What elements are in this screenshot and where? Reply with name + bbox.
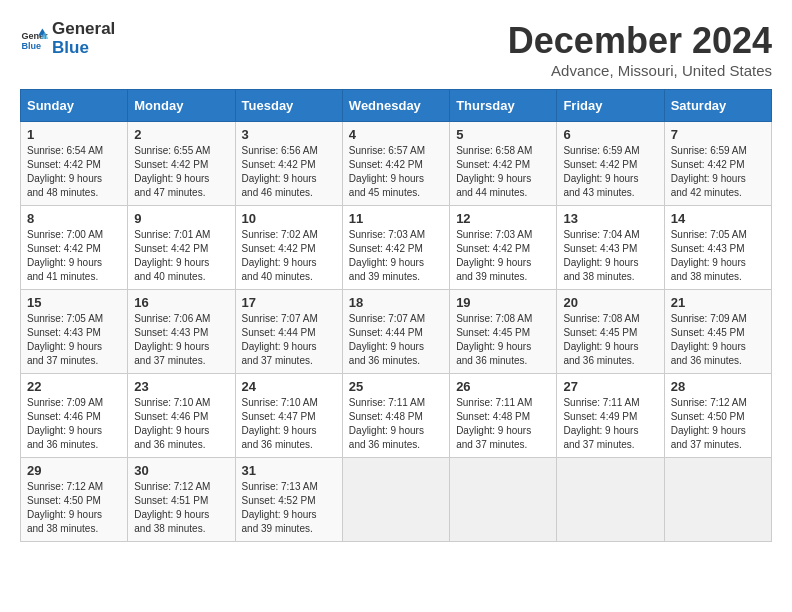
day-info: Sunrise: 7:08 AM Sunset: 4:45 PM Dayligh… bbox=[563, 312, 657, 368]
day-number: 8 bbox=[27, 211, 121, 226]
day-cell: 29 Sunrise: 7:12 AM Sunset: 4:50 PM Dayl… bbox=[21, 458, 128, 542]
svg-text:Blue: Blue bbox=[21, 40, 41, 50]
day-info: Sunrise: 7:07 AM Sunset: 4:44 PM Dayligh… bbox=[349, 312, 443, 368]
day-cell: 11 Sunrise: 7:03 AM Sunset: 4:42 PM Dayl… bbox=[342, 206, 449, 290]
day-number: 18 bbox=[349, 295, 443, 310]
day-number: 26 bbox=[456, 379, 550, 394]
day-cell: 4 Sunrise: 6:57 AM Sunset: 4:42 PM Dayli… bbox=[342, 122, 449, 206]
day-info: Sunrise: 7:05 AM Sunset: 4:43 PM Dayligh… bbox=[671, 228, 765, 284]
day-cell: 24 Sunrise: 7:10 AM Sunset: 4:47 PM Dayl… bbox=[235, 374, 342, 458]
day-cell: 18 Sunrise: 7:07 AM Sunset: 4:44 PM Dayl… bbox=[342, 290, 449, 374]
day-info: Sunrise: 7:05 AM Sunset: 4:43 PM Dayligh… bbox=[27, 312, 121, 368]
day-number: 3 bbox=[242, 127, 336, 142]
day-info: Sunrise: 7:00 AM Sunset: 4:42 PM Dayligh… bbox=[27, 228, 121, 284]
day-info: Sunrise: 7:04 AM Sunset: 4:43 PM Dayligh… bbox=[563, 228, 657, 284]
day-info: Sunrise: 7:12 AM Sunset: 4:50 PM Dayligh… bbox=[27, 480, 121, 536]
day-number: 23 bbox=[134, 379, 228, 394]
day-cell: 26 Sunrise: 7:11 AM Sunset: 4:48 PM Dayl… bbox=[450, 374, 557, 458]
day-number: 25 bbox=[349, 379, 443, 394]
month-title: December 2024 bbox=[508, 20, 772, 62]
day-number: 30 bbox=[134, 463, 228, 478]
day-cell: 25 Sunrise: 7:11 AM Sunset: 4:48 PM Dayl… bbox=[342, 374, 449, 458]
day-number: 28 bbox=[671, 379, 765, 394]
day-cell: 28 Sunrise: 7:12 AM Sunset: 4:50 PM Dayl… bbox=[664, 374, 771, 458]
day-info: Sunrise: 6:59 AM Sunset: 4:42 PM Dayligh… bbox=[671, 144, 765, 200]
day-cell: 3 Sunrise: 6:56 AM Sunset: 4:42 PM Dayli… bbox=[235, 122, 342, 206]
day-cell: 8 Sunrise: 7:00 AM Sunset: 4:42 PM Dayli… bbox=[21, 206, 128, 290]
day-cell bbox=[664, 458, 771, 542]
day-number: 22 bbox=[27, 379, 121, 394]
day-number: 27 bbox=[563, 379, 657, 394]
day-info: Sunrise: 7:09 AM Sunset: 4:46 PM Dayligh… bbox=[27, 396, 121, 452]
day-cell: 9 Sunrise: 7:01 AM Sunset: 4:42 PM Dayli… bbox=[128, 206, 235, 290]
day-number: 17 bbox=[242, 295, 336, 310]
header-saturday: Saturday bbox=[664, 90, 771, 122]
day-number: 24 bbox=[242, 379, 336, 394]
day-number: 21 bbox=[671, 295, 765, 310]
day-cell: 27 Sunrise: 7:11 AM Sunset: 4:49 PM Dayl… bbox=[557, 374, 664, 458]
header: General Blue General Blue December 2024 … bbox=[20, 20, 772, 79]
day-cell: 16 Sunrise: 7:06 AM Sunset: 4:43 PM Dayl… bbox=[128, 290, 235, 374]
day-info: Sunrise: 6:58 AM Sunset: 4:42 PM Dayligh… bbox=[456, 144, 550, 200]
header-tuesday: Tuesday bbox=[235, 90, 342, 122]
header-friday: Friday bbox=[557, 90, 664, 122]
day-info: Sunrise: 6:59 AM Sunset: 4:42 PM Dayligh… bbox=[563, 144, 657, 200]
title-area: December 2024 Advance, Missouri, United … bbox=[508, 20, 772, 79]
day-info: Sunrise: 6:57 AM Sunset: 4:42 PM Dayligh… bbox=[349, 144, 443, 200]
day-cell: 5 Sunrise: 6:58 AM Sunset: 4:42 PM Dayli… bbox=[450, 122, 557, 206]
day-number: 20 bbox=[563, 295, 657, 310]
day-number: 7 bbox=[671, 127, 765, 142]
day-info: Sunrise: 7:10 AM Sunset: 4:47 PM Dayligh… bbox=[242, 396, 336, 452]
day-cell: 20 Sunrise: 7:08 AM Sunset: 4:45 PM Dayl… bbox=[557, 290, 664, 374]
header-monday: Monday bbox=[128, 90, 235, 122]
day-number: 10 bbox=[242, 211, 336, 226]
logo-icon: General Blue bbox=[20, 25, 48, 53]
logo-blue: Blue bbox=[52, 39, 115, 58]
week-row-5: 29 Sunrise: 7:12 AM Sunset: 4:50 PM Dayl… bbox=[21, 458, 772, 542]
day-cell: 17 Sunrise: 7:07 AM Sunset: 4:44 PM Dayl… bbox=[235, 290, 342, 374]
day-info: Sunrise: 7:06 AM Sunset: 4:43 PM Dayligh… bbox=[134, 312, 228, 368]
day-number: 1 bbox=[27, 127, 121, 142]
header-wednesday: Wednesday bbox=[342, 90, 449, 122]
day-info: Sunrise: 7:01 AM Sunset: 4:42 PM Dayligh… bbox=[134, 228, 228, 284]
day-number: 5 bbox=[456, 127, 550, 142]
day-number: 29 bbox=[27, 463, 121, 478]
location-title: Advance, Missouri, United States bbox=[508, 62, 772, 79]
day-info: Sunrise: 7:11 AM Sunset: 4:48 PM Dayligh… bbox=[349, 396, 443, 452]
day-cell: 19 Sunrise: 7:08 AM Sunset: 4:45 PM Dayl… bbox=[450, 290, 557, 374]
day-number: 15 bbox=[27, 295, 121, 310]
day-cell: 12 Sunrise: 7:03 AM Sunset: 4:42 PM Dayl… bbox=[450, 206, 557, 290]
day-cell: 2 Sunrise: 6:55 AM Sunset: 4:42 PM Dayli… bbox=[128, 122, 235, 206]
day-info: Sunrise: 7:10 AM Sunset: 4:46 PM Dayligh… bbox=[134, 396, 228, 452]
day-info: Sunrise: 7:11 AM Sunset: 4:49 PM Dayligh… bbox=[563, 396, 657, 452]
day-info: Sunrise: 7:02 AM Sunset: 4:42 PM Dayligh… bbox=[242, 228, 336, 284]
day-number: 6 bbox=[563, 127, 657, 142]
day-number: 12 bbox=[456, 211, 550, 226]
day-info: Sunrise: 7:12 AM Sunset: 4:50 PM Dayligh… bbox=[671, 396, 765, 452]
day-info: Sunrise: 7:09 AM Sunset: 4:45 PM Dayligh… bbox=[671, 312, 765, 368]
day-info: Sunrise: 7:12 AM Sunset: 4:51 PM Dayligh… bbox=[134, 480, 228, 536]
day-info: Sunrise: 6:55 AM Sunset: 4:42 PM Dayligh… bbox=[134, 144, 228, 200]
week-row-2: 8 Sunrise: 7:00 AM Sunset: 4:42 PM Dayli… bbox=[21, 206, 772, 290]
week-row-4: 22 Sunrise: 7:09 AM Sunset: 4:46 PM Dayl… bbox=[21, 374, 772, 458]
week-row-3: 15 Sunrise: 7:05 AM Sunset: 4:43 PM Dayl… bbox=[21, 290, 772, 374]
day-number: 13 bbox=[563, 211, 657, 226]
day-cell bbox=[450, 458, 557, 542]
day-info: Sunrise: 7:08 AM Sunset: 4:45 PM Dayligh… bbox=[456, 312, 550, 368]
header-sunday: Sunday bbox=[21, 90, 128, 122]
day-cell: 21 Sunrise: 7:09 AM Sunset: 4:45 PM Dayl… bbox=[664, 290, 771, 374]
day-cell: 22 Sunrise: 7:09 AM Sunset: 4:46 PM Dayl… bbox=[21, 374, 128, 458]
day-cell bbox=[557, 458, 664, 542]
day-cell: 30 Sunrise: 7:12 AM Sunset: 4:51 PM Dayl… bbox=[128, 458, 235, 542]
day-cell: 6 Sunrise: 6:59 AM Sunset: 4:42 PM Dayli… bbox=[557, 122, 664, 206]
day-cell: 1 Sunrise: 6:54 AM Sunset: 4:42 PM Dayli… bbox=[21, 122, 128, 206]
day-number: 11 bbox=[349, 211, 443, 226]
day-info: Sunrise: 7:07 AM Sunset: 4:44 PM Dayligh… bbox=[242, 312, 336, 368]
day-info: Sunrise: 7:13 AM Sunset: 4:52 PM Dayligh… bbox=[242, 480, 336, 536]
day-number: 2 bbox=[134, 127, 228, 142]
day-cell bbox=[342, 458, 449, 542]
calendar-table: SundayMondayTuesdayWednesdayThursdayFrid… bbox=[20, 89, 772, 542]
day-cell: 15 Sunrise: 7:05 AM Sunset: 4:43 PM Dayl… bbox=[21, 290, 128, 374]
day-number: 4 bbox=[349, 127, 443, 142]
day-number: 19 bbox=[456, 295, 550, 310]
